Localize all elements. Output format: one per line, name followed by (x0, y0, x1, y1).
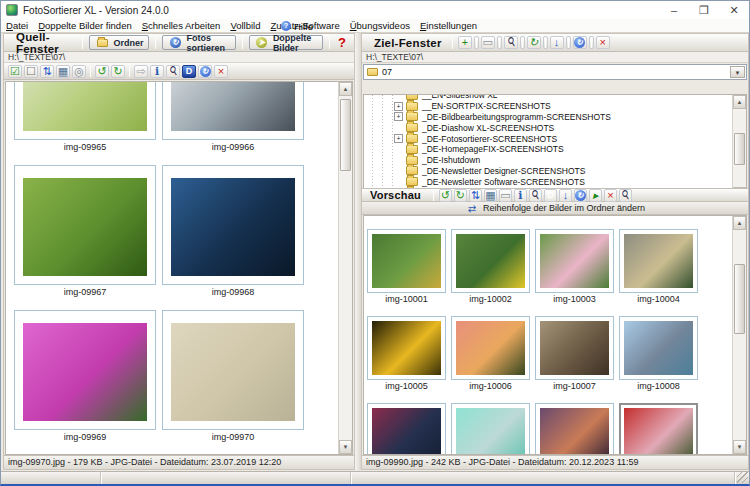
thumbnail-item[interactable]: img-10005 (367, 316, 446, 394)
sync-folder-icon[interactable]: ↻ (527, 36, 541, 49)
duplicates-icon[interactable]: D (182, 65, 196, 78)
thumbnail-label: img-09970 (162, 430, 304, 446)
thumbnail-item[interactable]: img-09969 (14, 310, 156, 446)
delete-icon[interactable]: × (596, 36, 610, 49)
sort-order-icon[interactable]: ⇅ (40, 65, 54, 78)
thumbnail-item[interactable]: img-09966 (162, 82, 304, 156)
tree-item[interactable]: + _DE-Fotosortierer-SCREENSHOTS (364, 133, 746, 144)
scroll-up-icon[interactable]: ▲ (733, 95, 746, 109)
menu-item[interactable]: Vollbild (230, 20, 260, 31)
duplicates-icon[interactable]: D (544, 189, 557, 202)
folder-button[interactable]: Ordner (89, 35, 149, 50)
thumbnail-item[interactable]: img-09967 (14, 165, 156, 301)
tree-item[interactable]: + _DE-Diashow XL-SCREENSHOTS (364, 122, 746, 133)
expand-icon[interactable]: + (394, 112, 403, 121)
tree-item[interactable]: + __EN-Slideshow XL (364, 94, 746, 101)
thumbnail-item[interactable]: img-10001 (367, 229, 446, 307)
scroll-up-icon[interactable]: ▲ (339, 82, 352, 96)
preview-scrollbar[interactable]: ▲ ▼ (732, 216, 746, 454)
rotate-left-icon[interactable]: ↺ (95, 65, 109, 78)
rename-folder-icon[interactable]: ▭ (481, 36, 495, 49)
close-button[interactable]: ✕ (719, 1, 749, 19)
thumbnail-item[interactable]: img-10002 (451, 229, 530, 307)
move-to-folder-icon[interactable]: ↓ (559, 189, 572, 202)
menu-item[interactable]: Einstellungen (420, 20, 477, 31)
expand-icon[interactable]: + (394, 134, 403, 143)
search-icon[interactable]: ⚲ (504, 36, 518, 49)
separator (88, 65, 93, 78)
preview-title: Vorschau (370, 189, 421, 201)
rotate-right-icon[interactable]: ↻ (111, 65, 125, 78)
delete-icon[interactable]: × (604, 189, 617, 202)
sort-photos-button[interactable]: ↻ Fotos sortieren (162, 35, 235, 50)
assign-folder-icon[interactable]: ↓ (550, 36, 564, 49)
thumbnail-item[interactable]: img-09965 (14, 82, 156, 156)
folder-icon (406, 134, 418, 143)
scroll-up-icon[interactable]: ▲ (733, 216, 746, 230)
thumbnail-item[interactable]: img-10003 (535, 229, 614, 307)
thumbnail-item[interactable]: img-09970 (162, 310, 304, 446)
scrollbar-thumb[interactable] (734, 133, 745, 165)
select-all-icon[interactable]: ☑ (8, 65, 22, 78)
chevron-down-icon[interactable]: ▼ (730, 66, 745, 78)
menu-item[interactable]: Übungsvideos (350, 20, 410, 31)
deselect-icon[interactable]: ☐ (24, 65, 38, 78)
help-question-button[interactable]: ? (338, 35, 346, 50)
thumbnail-item[interactable]: img-10006 (451, 316, 530, 394)
image-info-icon[interactable]: ℹ (150, 65, 164, 78)
tree-scrollbar[interactable]: ▲ ▼ (732, 95, 746, 201)
folder-dropdown[interactable]: 07 ▼ (363, 64, 747, 80)
thumbnail-item[interactable] (535, 403, 614, 454)
maximize-button[interactable]: ❐ (689, 1, 719, 19)
thumbnail-item[interactable]: img-10007 (535, 316, 614, 394)
menu-item-help[interactable]: ? Hilfe (281, 19, 313, 33)
new-folder-icon[interactable]: + (458, 36, 472, 49)
columns-icon[interactable]: ▦ (484, 189, 497, 202)
scrollbar-thumb[interactable] (734, 264, 745, 334)
thumbnail-label: img-09966 (162, 140, 304, 156)
thumbnail-image (171, 178, 295, 276)
tree-item[interactable]: + _DE-HomepageFIX-SCREENSHOTS (364, 144, 746, 155)
menu-item[interactable]: Datei (6, 20, 28, 31)
slideshow-icon[interactable]: ▸ (589, 189, 602, 202)
thumbnail-item[interactable]: img-10004 (619, 229, 698, 307)
thumbnail-item[interactable] (619, 403, 698, 454)
scrollbar-thumb[interactable] (340, 99, 351, 171)
rotate-right-icon[interactable]: ↻ (454, 189, 467, 202)
sort-order-icon[interactable]: ⇅ (469, 189, 482, 202)
tree-item[interactable]: + __EN-SORTPIX-SCREENSHOTS (364, 101, 746, 112)
thumbnail-item[interactable]: img-10008 (619, 316, 698, 394)
scroll-down-icon[interactable]: ▼ (339, 440, 352, 454)
zoom-out-icon[interactable]: ⚲ (619, 189, 632, 202)
thumbnail-item[interactable]: img-09968 (162, 165, 304, 301)
move-image-icon[interactable]: ⇨ (134, 65, 148, 78)
refresh-icon[interactable]: ↻ (198, 65, 212, 78)
tree-item[interactable]: + _DE-Ishutdown (364, 155, 746, 166)
tree-item[interactable]: + _DE-Newsletter Software-SCREENSHOTS (364, 176, 746, 187)
tree-item[interactable]: + _DE-Bildbearbeitungsprogramm-SCREENSHO… (364, 112, 746, 123)
duplicate-images-button[interactable]: ➤ Doppelte Bilder (249, 35, 323, 50)
scroll-down-icon[interactable]: ▼ (733, 440, 746, 454)
tree-item-label: _DE-Fotosortierer-SCREENSHOTS (422, 134, 557, 144)
reorder-button[interactable]: ⇄ Reihenfolge der Bilder im Ordner änder… (362, 202, 748, 215)
columns-icon[interactable]: ▦ (56, 65, 70, 78)
rename-icon[interactable]: ▭ (499, 189, 512, 202)
menu-item[interactable]: Doppelte Bilder finden (38, 20, 132, 31)
resize-grip[interactable] (737, 472, 748, 483)
rotate-left-icon[interactable]: ↺ (439, 189, 452, 202)
spiral-icon[interactable]: ◎ (72, 65, 86, 78)
search-icon[interactable]: ⚲ (529, 189, 542, 202)
search-icon[interactable]: ⚲ (166, 65, 180, 78)
source-scrollbar[interactable]: ▲ ▼ (338, 82, 352, 454)
refresh-icon[interactable]: ↻ (573, 36, 587, 49)
menu-item[interactable]: Schnelles Arbeiten (142, 20, 221, 31)
image-info-icon[interactable]: ℹ (514, 189, 527, 202)
minimize-button[interactable]: – (659, 1, 689, 19)
tree-item[interactable]: + _DE-Newsletter Designer-SCREENSHOTS (364, 166, 746, 177)
delete-icon[interactable]: × (214, 65, 228, 78)
refresh-icon[interactable]: ↻ (574, 189, 587, 202)
preview-thumbnail-grid: img-10001 img-10002 (364, 216, 732, 454)
expand-icon[interactable]: + (394, 102, 403, 111)
thumbnail-item[interactable] (367, 403, 446, 454)
thumbnail-item[interactable] (451, 403, 530, 454)
